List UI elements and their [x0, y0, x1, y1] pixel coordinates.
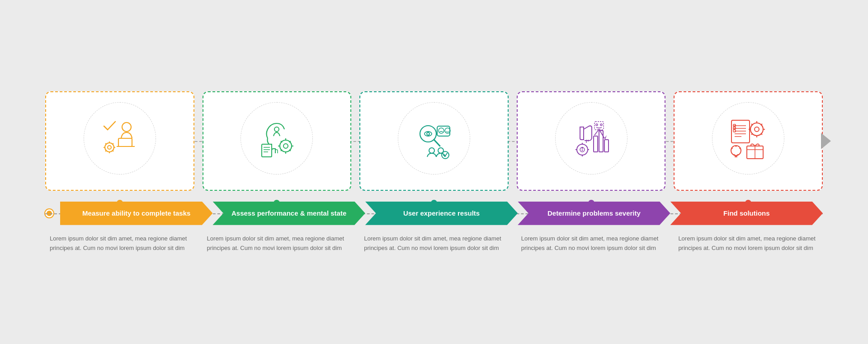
svg-point-53	[596, 124, 598, 126]
svg-point-65	[755, 127, 759, 132]
timeline-row: Measure ability to complete tasks Assess…	[45, 200, 823, 227]
svg-point-51	[581, 149, 583, 151]
arrow-4: Determine problems severity	[518, 202, 670, 225]
desc-1: Lorem ipsum dolor sit dim amet, mea regi…	[45, 234, 194, 253]
arrow-1: Measure ability to complete tasks	[60, 202, 212, 225]
card-5	[674, 91, 823, 191]
svg-rect-63	[733, 130, 736, 132]
desc-4: Lorem ipsum dolor sit dim amet, mea regi…	[517, 234, 666, 253]
svg-rect-52	[594, 122, 604, 130]
svg-point-54	[600, 124, 602, 126]
card-4	[517, 91, 666, 191]
desc-3: Lorem ipsum dolor sit dim amet, mea regi…	[359, 234, 509, 253]
svg-point-0	[122, 123, 131, 132]
card-1	[45, 91, 194, 191]
card-2	[203, 91, 352, 191]
arrow-2: Assess performance & mental state	[212, 202, 365, 225]
desc-5: Lorem ipsum dolor sit dim amet, mea regi…	[674, 234, 823, 253]
svg-rect-41	[599, 131, 603, 152]
arrow-4-container: Determine problems severity	[518, 202, 670, 225]
svg-rect-42	[604, 140, 609, 152]
svg-point-33	[439, 128, 444, 133]
svg-point-77	[731, 146, 741, 156]
arrow-5-container: Find solutions	[670, 202, 823, 225]
icon-area-3	[398, 102, 470, 174]
icon-area-2	[241, 102, 313, 174]
cards-row	[45, 91, 823, 191]
arrow-5-label: Find solutions	[719, 209, 774, 217]
icon-problems	[566, 113, 616, 163]
svg-rect-24	[262, 144, 272, 157]
svg-point-31	[427, 132, 429, 135]
desc-4-text: Lorem ipsum dolor sit dim amet, mea regi…	[521, 234, 661, 253]
svg-marker-43	[604, 135, 607, 139]
arrow-3-container: User experience results	[365, 202, 518, 225]
desc-1-text: Lorem ipsum dolor sit dim amet, mea regi…	[50, 234, 190, 253]
svg-point-15	[283, 144, 288, 148]
svg-rect-55	[731, 120, 750, 143]
arrow-4-label: Determine problems severity	[543, 209, 645, 217]
icon-ux	[409, 113, 459, 163]
svg-rect-1	[118, 138, 132, 146]
svg-point-35	[429, 148, 434, 153]
svg-point-4	[108, 146, 111, 149]
arrow-2-label: Assess performance & mental state	[227, 209, 351, 217]
desc-3-text: Lorem ipsum dolor sit dim amet, mea regi…	[364, 234, 504, 253]
arrow-3: User experience results	[365, 202, 518, 225]
icon-solutions	[723, 113, 773, 163]
desc-2: Lorem ipsum dolor sit dim amet, mea regi…	[203, 234, 352, 253]
icon-area-1	[84, 102, 156, 174]
icon-assess	[252, 113, 302, 163]
arrow-2-container: Assess performance & mental state	[212, 202, 365, 225]
arrow-1-container: Measure ability to complete tasks	[60, 202, 212, 225]
desc-5-text: Lorem ipsum dolor sit dim amet, mea regi…	[678, 234, 818, 253]
desc-2-text: Lorem ipsum dolor sit dim amet, mea regi…	[207, 234, 347, 253]
icon-area-4	[555, 102, 627, 174]
right-arrow-indicator	[821, 133, 831, 149]
icon-measure	[95, 113, 145, 163]
descriptions-row: Lorem ipsum dolor sit dim amet, mea regi…	[45, 234, 823, 253]
infographic: Measure ability to complete tasks Assess…	[23, 78, 845, 267]
svg-point-13	[274, 127, 279, 132]
arrow-5: Find solutions	[670, 202, 823, 225]
svg-rect-40	[594, 136, 598, 152]
svg-line-29	[434, 140, 440, 146]
arrow-1-label: Measure ability to complete tasks	[78, 209, 195, 217]
arrow-3-label: User experience results	[399, 209, 484, 217]
card-3	[359, 91, 509, 191]
icon-area-5	[712, 102, 784, 174]
